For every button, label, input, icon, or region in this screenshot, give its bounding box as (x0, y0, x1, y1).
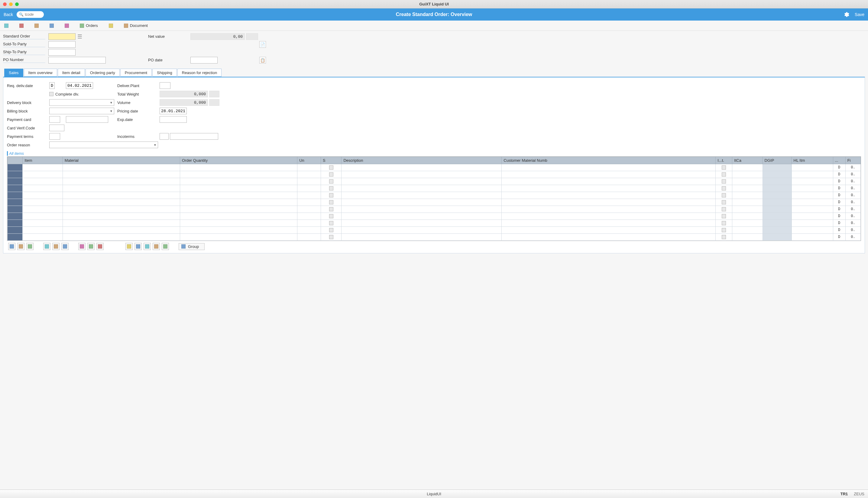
cell-description[interactable] (342, 178, 502, 185)
cell-customer-material[interactable] (502, 192, 716, 199)
cell-dgip[interactable] (762, 185, 791, 192)
col-hlitm[interactable]: HL Itm (791, 157, 833, 164)
cell-it[interactable] (716, 234, 732, 241)
cell-hlitm[interactable] (791, 206, 833, 213)
cell-hlitm[interactable] (791, 227, 833, 234)
table-row[interactable]: D0. (8, 185, 861, 192)
cell-d[interactable]: D (833, 199, 845, 206)
cell-d[interactable]: D (833, 164, 845, 171)
toolbar-button-3[interactable] (33, 23, 40, 28)
cell-material[interactable] (63, 185, 180, 192)
cell-fi[interactable]: 0. (845, 220, 860, 227)
cell-description[interactable] (342, 234, 502, 241)
cell-item[interactable] (23, 213, 63, 220)
row-selector[interactable] (8, 199, 23, 206)
cell-d[interactable]: D (833, 171, 845, 178)
row-selector[interactable] (8, 164, 23, 171)
cell-material[interactable] (63, 178, 180, 185)
cell-un[interactable] (297, 192, 321, 199)
po-date-input[interactable] (190, 57, 218, 64)
row-selector[interactable] (8, 220, 23, 227)
cell-s[interactable] (321, 185, 342, 192)
cell-itca[interactable] (732, 234, 762, 241)
row-selector[interactable] (8, 178, 23, 185)
toolbar-button-1[interactable] (3, 23, 10, 28)
complete-dlv-checkbox[interactable] (49, 92, 53, 96)
cell-d[interactable]: D (833, 206, 845, 213)
cell-it[interactable] (716, 171, 732, 178)
gear-icon[interactable] (843, 12, 849, 17)
col-it[interactable]: I...t. (716, 157, 732, 164)
cell-description[interactable] (342, 192, 502, 199)
cell-it[interactable] (716, 220, 732, 227)
cell-dgip[interactable] (762, 227, 791, 234)
cell-item[interactable] (23, 227, 63, 234)
close-icon[interactable] (3, 2, 6, 6)
toolbar-orders-button[interactable]: Orders (79, 23, 99, 28)
payment-terms-input[interactable] (49, 133, 60, 140)
row-selector[interactable] (8, 213, 23, 220)
sold-to-input[interactable] (48, 41, 76, 48)
cell-it[interactable] (716, 206, 732, 213)
cell-item[interactable] (23, 234, 63, 241)
cell-d[interactable]: D (833, 234, 845, 241)
maximize-icon[interactable] (15, 2, 19, 6)
col-item[interactable]: Item (23, 157, 63, 164)
cell-fi[interactable]: 0. (845, 192, 860, 199)
cell-un[interactable] (297, 213, 321, 220)
bt-icon-3[interactable] (26, 243, 34, 250)
cell-s[interactable] (321, 199, 342, 206)
cell-hlitm[interactable] (791, 213, 833, 220)
cell-description[interactable] (342, 171, 502, 178)
cell-description[interactable] (342, 213, 502, 220)
payment-card-type-input[interactable] (49, 116, 60, 123)
cell-customer-material[interactable] (502, 227, 716, 234)
cell-material[interactable] (63, 164, 180, 171)
cell-itca[interactable] (732, 171, 762, 178)
cell-un[interactable] (297, 185, 321, 192)
cell-d[interactable]: D (833, 220, 845, 227)
cell-dgip[interactable] (762, 206, 791, 213)
cell-itca[interactable] (732, 227, 762, 234)
cell-customer-material[interactable] (502, 220, 716, 227)
cell-item[interactable] (23, 178, 63, 185)
cell-s[interactable] (321, 192, 342, 199)
cell-order-quantity[interactable] (180, 199, 297, 206)
billing-block-dropdown[interactable]: ▼ (49, 108, 114, 114)
cell-fi[interactable]: 0. (845, 227, 860, 234)
cell-fi[interactable]: 0. (845, 164, 860, 171)
cell-s[interactable] (321, 220, 342, 227)
cell-description[interactable] (342, 185, 502, 192)
cell-un[interactable] (297, 164, 321, 171)
cell-order-quantity[interactable] (180, 178, 297, 185)
bt-icon-10[interactable] (125, 243, 133, 250)
cell-hlitm[interactable] (791, 171, 833, 178)
cell-customer-material[interactable] (502, 185, 716, 192)
bt-icon-13[interactable] (152, 243, 160, 250)
cell-description[interactable] (342, 164, 502, 171)
cell-material[interactable] (63, 192, 180, 199)
cell-hlitm[interactable] (791, 234, 833, 241)
cell-un[interactable] (297, 171, 321, 178)
req-deliv-date-input[interactable] (66, 82, 93, 89)
cell-fi[interactable]: 0. (845, 178, 860, 185)
cell-item[interactable] (23, 164, 63, 171)
back-button[interactable]: Back (4, 12, 13, 17)
cell-it[interactable] (716, 185, 732, 192)
cell-order-quantity[interactable] (180, 220, 297, 227)
po-number-input[interactable] (48, 57, 106, 64)
cell-dgip[interactable] (762, 192, 791, 199)
cell-s[interactable] (321, 171, 342, 178)
group-button[interactable]: Group (178, 243, 205, 250)
row-selector[interactable] (8, 234, 23, 241)
cell-s[interactable] (321, 206, 342, 213)
cell-customer-material[interactable] (502, 178, 716, 185)
table-row[interactable]: D0. (8, 220, 861, 227)
tab-reason-for-rejection[interactable]: Reason for rejection (177, 69, 222, 77)
delivery-block-dropdown[interactable]: ▼ (49, 99, 114, 106)
col-material[interactable]: Material (63, 157, 180, 164)
cell-s[interactable] (321, 213, 342, 220)
col-fi[interactable]: Fi (845, 157, 860, 164)
bt-icon-2[interactable] (17, 243, 25, 250)
row-selector[interactable] (8, 206, 23, 213)
